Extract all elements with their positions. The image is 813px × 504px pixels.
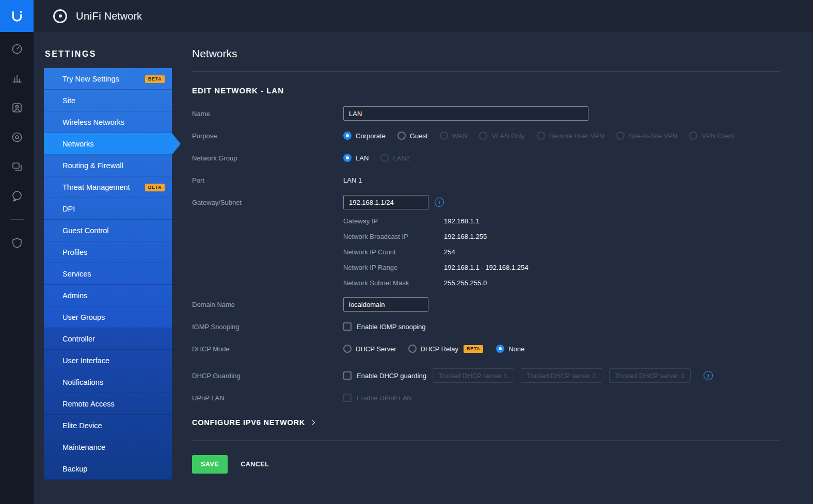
domain-name-row: Domain Name xyxy=(192,297,780,312)
domain-name-input[interactable] xyxy=(343,297,428,312)
sidebar-item-threat-management[interactable]: Threat ManagementBETA xyxy=(44,176,172,198)
checkbox-box xyxy=(343,394,352,402)
subnet-detail-row: Network IP Count254 xyxy=(343,248,780,256)
purpose-options: CorporateGuestWANVLAN OnlyRemote User VP… xyxy=(343,132,746,140)
sidebar-item-admins[interactable]: Admins xyxy=(44,285,172,306)
upnp-lan-row: UPnP LAN Enable UPnP LAN xyxy=(192,391,780,405)
save-button[interactable]: SAVE xyxy=(192,455,228,474)
detail-label: Network Broadcast IP xyxy=(343,233,444,240)
unifi-network-app-icon xyxy=(53,9,67,23)
radio-vpn-client: VPN Client xyxy=(689,132,735,140)
detail-value: 254 xyxy=(444,248,455,256)
dashboard-icon[interactable] xyxy=(11,43,23,55)
page-title: Networks xyxy=(192,47,780,60)
trusted-dhcp-servers xyxy=(433,368,697,383)
sidebar-item-label: Wireless Networks xyxy=(62,118,124,126)
sidebar-item-label: Guest Control xyxy=(62,226,108,235)
upnp-lan-checkbox: Enable UPnP LAN xyxy=(343,394,412,402)
radio-site-to-site-vpn: Site-to-Site VPN xyxy=(616,132,678,140)
sidebar-item-controller[interactable]: Controller xyxy=(44,328,172,350)
sidebar-item-label: User Groups xyxy=(62,313,105,321)
radio-dhcp-server[interactable]: DHCP Server xyxy=(343,345,396,353)
radio-circle xyxy=(440,132,448,140)
app-title: UniFi Network xyxy=(76,10,142,22)
name-label: Name xyxy=(192,110,343,118)
detail-value: 192.168.1.1 - 192.168.1.254 xyxy=(444,264,528,271)
sidebar-item-notifications[interactable]: Notifications xyxy=(44,371,172,393)
dhcp-guarding-checkbox[interactable]: Enable DHCP guarding xyxy=(343,371,426,380)
form-actions: SAVE CANCEL xyxy=(192,455,780,474)
beta-badge: BETA xyxy=(145,184,165,191)
igmp-snooping-checkbox[interactable]: Enable IGMP snooping xyxy=(343,322,425,331)
network-group-options: LANLAN2 xyxy=(343,154,422,162)
radio-none[interactable]: None xyxy=(496,345,524,353)
sidebar-item-user-groups[interactable]: User Groups xyxy=(44,306,172,328)
sidebar-item-site[interactable]: Site xyxy=(44,90,172,111)
sidebar-item-try-new-settings[interactable]: Try New SettingsBETA xyxy=(44,68,172,90)
radio-guest[interactable]: Guest xyxy=(397,132,428,140)
sidebar-item-maintenance[interactable]: Maintenance xyxy=(44,436,172,458)
sidebar-item-wireless-networks[interactable]: Wireless Networks xyxy=(44,111,172,133)
rail-divider xyxy=(10,219,24,220)
sidebar-item-dpi[interactable]: DPI xyxy=(44,198,172,220)
dhcp-guarding-info-icon[interactable]: i xyxy=(704,371,713,380)
name-row: Name xyxy=(192,106,780,121)
chat-icon[interactable] xyxy=(11,190,23,202)
app-header: UniFi Network xyxy=(34,0,813,32)
sidebar-item-label: Backup xyxy=(62,465,87,473)
shield-icon[interactable] xyxy=(11,237,23,249)
trusted-dhcp-server-2-input xyxy=(521,368,602,383)
footer-divider xyxy=(192,440,780,441)
radio-lan[interactable]: LAN xyxy=(343,154,369,162)
radio-dhcp-relay[interactable]: DHCP RelayBETA xyxy=(408,345,485,353)
sidebar-item-elite-device[interactable]: Elite Device xyxy=(44,415,172,436)
radio-label: Corporate xyxy=(356,132,386,140)
clients-icon[interactable] xyxy=(11,102,23,114)
ubiquiti-logo[interactable] xyxy=(0,0,34,32)
map-icon[interactable] xyxy=(11,160,23,173)
settings-heading: SETTINGS xyxy=(45,50,182,59)
name-input[interactable] xyxy=(343,106,588,121)
detail-label: Network Subnet Mask xyxy=(343,279,444,287)
gateway-subnet-input[interactable] xyxy=(343,195,428,209)
sidebar-item-networks[interactable]: Networks xyxy=(44,133,172,155)
radio-corporate[interactable]: Corporate xyxy=(343,132,386,140)
sidebar-item-user-interface[interactable]: User Interface xyxy=(44,350,172,371)
statistics-icon[interactable] xyxy=(11,72,23,85)
upnp-lan-label: UPnP LAN xyxy=(192,394,343,402)
sidebar-item-routing-firewall[interactable]: Routing & Firewall xyxy=(44,155,172,176)
detail-value: 192.168.1.255 xyxy=(444,233,487,240)
settings-sidebar: SETTINGS Try New SettingsBETASiteWireles… xyxy=(34,32,182,504)
dhcp-mode-label: DHCP Mode xyxy=(192,345,343,353)
configure-ipv6-label: CONFIGURE IPV6 NETWORK xyxy=(192,418,305,427)
sidebar-item-guest-control[interactable]: Guest Control xyxy=(44,220,172,241)
radio-circle xyxy=(616,132,625,140)
detail-label: Network IP Count xyxy=(343,248,444,256)
sidebar-item-remote-access[interactable]: Remote Access xyxy=(44,393,172,415)
detail-value: 192.168.1.1 xyxy=(444,217,480,225)
port-label: Port xyxy=(192,176,343,184)
settings-menu: Try New SettingsBETASiteWireless Network… xyxy=(44,68,172,480)
sidebar-item-services[interactable]: Services xyxy=(44,263,172,285)
sidebar-item-label: Admins xyxy=(62,291,87,300)
product-name: Network xyxy=(104,10,142,22)
sidebar-item-label: Elite Device xyxy=(62,421,102,430)
checkbox-label: Enable IGMP snooping xyxy=(357,323,425,331)
radio-circle xyxy=(380,154,389,162)
radio-circle xyxy=(397,132,406,140)
radio-circle xyxy=(408,345,417,353)
brand-name: UniFi xyxy=(76,10,101,22)
sidebar-item-label: Threat Management xyxy=(62,183,130,191)
gateway-info-icon[interactable]: i xyxy=(435,198,444,207)
sidebar-item-profiles[interactable]: Profiles xyxy=(44,241,172,263)
sidebar-item-label: User Interface xyxy=(62,356,109,365)
checkbox-label: Enable UPnP LAN xyxy=(357,394,412,402)
cancel-button[interactable]: CANCEL xyxy=(241,461,269,468)
network-group-label: Network Group xyxy=(192,154,343,162)
sidebar-item-backup[interactable]: Backup xyxy=(44,458,172,480)
configure-ipv6-link[interactable]: CONFIGURE IPV6 NETWORK xyxy=(192,418,317,427)
sidebar-item-label: Networks xyxy=(62,140,93,148)
devices-icon[interactable] xyxy=(11,131,23,143)
ubiquiti-u-icon xyxy=(9,8,25,24)
sidebar-item-label: Remote Access xyxy=(62,400,115,408)
